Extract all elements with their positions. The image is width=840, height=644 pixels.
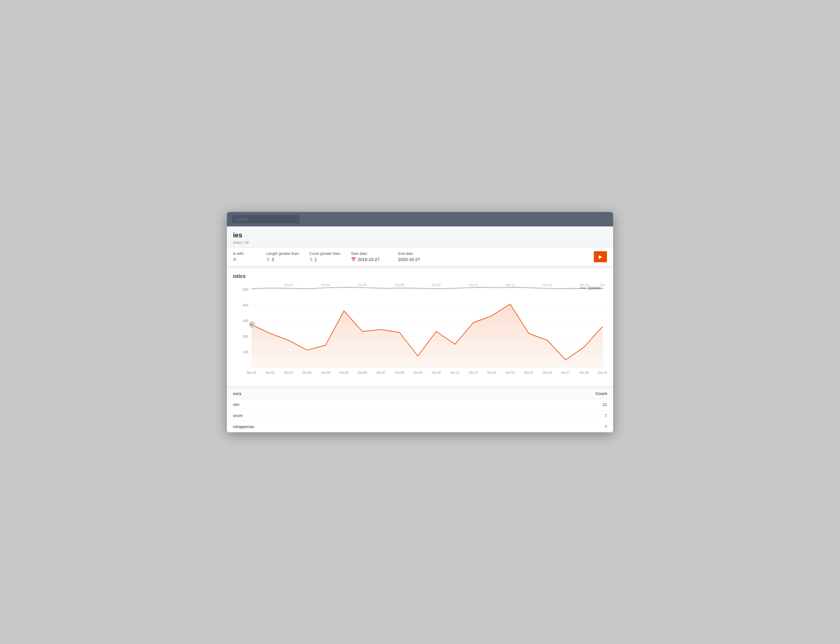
start-date-label: Start date: (351, 251, 389, 256)
length-spinner-icon: ⇅ (267, 257, 270, 262)
svg-text:Oct 14: Oct 14 (506, 371, 515, 374)
table-row: ünchr 7 (227, 410, 613, 421)
end-date-input[interactable] (398, 257, 429, 262)
section-divider-1 (227, 266, 613, 269)
statistics-title: istics (233, 274, 607, 279)
start-date-input[interactable] (358, 257, 389, 262)
browser-window: ies ieries / All ts with: ⊞ Length great… (227, 212, 613, 432)
svg-text:Oct 18: Oct 18 (580, 371, 589, 374)
start-date-value-row: 📅 (351, 257, 389, 262)
query-cell: ünchr (227, 410, 453, 421)
col-query-header: uery (227, 388, 453, 399)
legend-label-queries: Queries (588, 286, 601, 290)
query-cell: olm (227, 399, 453, 410)
breadcrumb-parent: ieries (233, 240, 242, 245)
svg-text:400: 400 (243, 303, 248, 307)
svg-text:Oct 09: Oct 09 (413, 371, 422, 374)
filter-starts-with: ts with: ⊞ (233, 251, 257, 262)
svg-text:Oct 15: Oct 15 (524, 371, 534, 374)
svg-text:Oct 02: Oct 02 (284, 371, 293, 374)
svg-text:Oct 16: Oct 16 (543, 371, 552, 374)
queries-table: uery Count olm 21 ünchr 7 ndrappenau 7 (227, 388, 613, 432)
svg-text:Oct 13: Oct 13 (487, 371, 496, 374)
filters-bar: ts with: ⊞ Length greater than: ⇅ Count … (227, 248, 613, 266)
top-grey-line (251, 287, 604, 288)
starts-with-value-row: ⊞ (233, 257, 257, 262)
breadcrumb: ieries / All (233, 240, 607, 245)
end-date-label: End date: (398, 251, 429, 256)
svg-text:Oct 14: Oct 14 (506, 283, 515, 286)
chart-legend: Queries (580, 286, 601, 290)
start-date-cal-icon: 📅 (351, 257, 356, 262)
col-count-header: Count (453, 388, 613, 399)
svg-text:Oct 12: Oct 12 (469, 371, 478, 374)
queries-area (251, 304, 604, 368)
svg-text:Oct 01: Oct 01 (265, 371, 275, 374)
page-header: ies ieries / All (227, 227, 613, 248)
statistics-section: istics Queries 500 400 300 200 100 (227, 269, 613, 386)
svg-text:Oct 04: Oct 04 (321, 371, 330, 374)
count-input[interactable] (315, 257, 333, 262)
length-label: Length greater than: (267, 251, 300, 256)
count-label: Count greater than: (309, 251, 341, 256)
svg-text:200: 200 (243, 334, 248, 338)
svg-text:Oct 06: Oct 06 (358, 283, 367, 286)
svg-text:Oct 10: Oct 10 (432, 283, 441, 286)
filter-end-date: End date: (398, 251, 429, 262)
svg-text:100: 100 (243, 350, 248, 354)
svg-text:Oct 04: Oct 04 (321, 283, 330, 286)
query-cell: ndrappenau (227, 421, 453, 432)
table-header-row: uery Count (227, 388, 613, 399)
chart-container: Queries 500 400 300 200 100 (233, 283, 607, 381)
svg-text:Oct 17: Oct 17 (561, 371, 570, 374)
starts-with-label: ts with: (233, 251, 257, 256)
svg-text:Oct 11: Oct 11 (450, 371, 460, 374)
svg-text:Oct 02: Oct 02 (284, 283, 293, 286)
svg-text:Oct 03: Oct 03 (302, 371, 311, 374)
svg-text:Oct 16: Oct 16 (543, 283, 552, 286)
filter-start-date: Start date: 📅 (351, 251, 389, 262)
chart-svg: 500 400 300 200 100 (233, 283, 607, 381)
page-title: ies (233, 231, 607, 239)
svg-text:Oct 07: Oct 07 (377, 371, 385, 374)
svg-text:500: 500 (243, 288, 248, 291)
breadcrumb-current: All (245, 240, 249, 245)
search-input[interactable] (232, 215, 299, 223)
count-value-row: ⇅ (309, 257, 341, 262)
filter-length: Length greater than: ⇅ (267, 251, 300, 262)
length-input[interactable] (272, 257, 290, 262)
svg-text:Oct 08: Oct 08 (395, 283, 404, 286)
count-spinner-icon: ⇅ (309, 257, 313, 262)
apply-button[interactable]: ▶ (594, 251, 607, 262)
svg-text:300: 300 (243, 319, 248, 322)
table-section: uery Count olm 21 ünchr 7 ndrappenau 7 (227, 388, 613, 432)
svg-text:Oct 05: Oct 05 (339, 371, 349, 374)
length-value-row: ⇅ (267, 257, 300, 262)
starts-with-input[interactable] (238, 257, 257, 262)
section-divider-2 (227, 386, 613, 388)
svg-text:Oct 12: Oct 12 (469, 283, 478, 286)
table-row: olm 21 (227, 399, 613, 410)
svg-text:Oct 08: Oct 08 (395, 371, 404, 374)
svg-text:Oct 10: Oct 10 (432, 371, 441, 374)
end-date-value-row (398, 257, 429, 262)
breadcrumb-sep: / (243, 240, 244, 245)
count-cell: 21 (453, 399, 613, 410)
top-bar (227, 212, 613, 227)
filter-count: Count greater than: ⇅ (309, 251, 341, 262)
count-cell: 7 (453, 410, 613, 421)
legend-line-queries (580, 288, 586, 288)
table-row: ndrappenau 7 (227, 421, 613, 432)
svg-text:Sep 30: Sep 30 (247, 371, 256, 374)
svg-text:Oct 06: Oct 06 (358, 371, 367, 374)
filter-icon: ⊞ (233, 257, 236, 262)
count-cell: 7 (453, 421, 613, 432)
svg-text:Oct 19: Oct 19 (598, 371, 607, 374)
